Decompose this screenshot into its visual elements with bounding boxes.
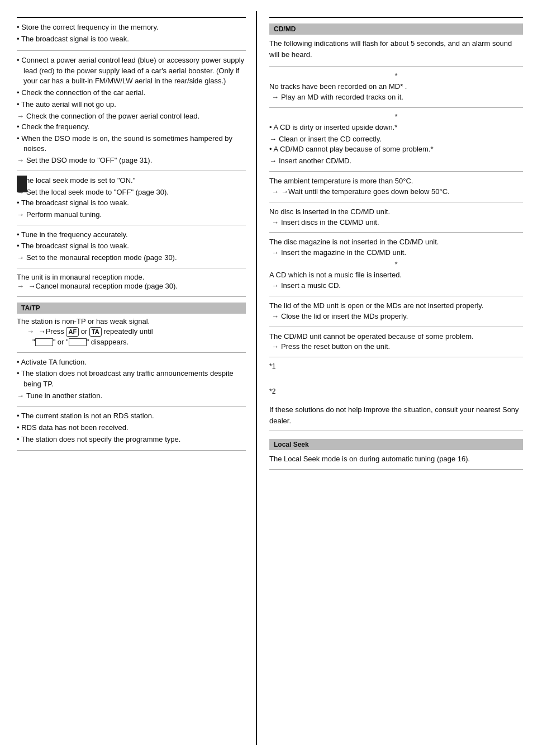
aerial-list-2: Check the frequency. When the DSO mode i…	[17, 122, 246, 155]
divider-1	[269, 67, 523, 67]
tp-block: The station is non-TP or has weak signal…	[17, 317, 246, 353]
ta-item-2: The station does not broadcast any traff…	[17, 368, 246, 390]
seek-item-1: The local seek mode is set to "ON."	[17, 176, 246, 186]
local-seek-text: The Local Seek mode is on during automat…	[269, 453, 523, 465]
rds-block: The current station is not an RDS statio…	[17, 411, 246, 451]
aerial-arrow-1: Check the connection of the power aerial…	[17, 111, 246, 122]
tp-text: The station is non-TP or has weak signal…	[17, 317, 246, 325]
star-1: *	[269, 72, 523, 80]
no-tracks-text: No tracks have been recorded on an MD* .	[269, 82, 523, 92]
or-text-buttons: or	[81, 327, 89, 336]
left-column: Store the correct frequency in the memor…	[0, 11, 257, 745]
rds-item-1: The current station is not an RDS statio…	[17, 411, 246, 422]
aerial-item-5: When the DSO mode is on, the sound is so…	[17, 134, 246, 155]
af-button: AF	[66, 327, 79, 336]
tune-item-1: Tune in the frequency accurately.	[17, 230, 246, 240]
magazine-text: The disc magazine is not inserted in the…	[269, 237, 523, 248]
black-bar	[17, 176, 27, 192]
aerial-item-1: Connect a power aerial control lead (blu…	[17, 55, 246, 87]
flash-block: The following indications will flash for…	[269, 38, 523, 62]
box1	[35, 338, 53, 346]
star-3: *	[269, 260, 523, 268]
ta-list: Activate TA function. The station does n…	[17, 357, 246, 390]
tp-arrow: →Press AF or TA repeatedly until "" or "…	[17, 327, 246, 348]
seek-arrow-2: Perform manual tuning.	[17, 210, 246, 220]
music-text: A CD which is not a music file is insert…	[269, 270, 523, 281]
footnote-1: *1	[269, 362, 275, 370]
repeatedly-text: repeatedly until	[103, 327, 153, 336]
right-column: CD/MD The following indications will fla…	[257, 11, 533, 745]
rds-item-2: RDS data has not been received.	[17, 423, 246, 433]
seek-arrow-1: Set the local seek mode to "OFF" (page 3…	[17, 187, 246, 198]
aerial-item-4: Check the frequency.	[17, 122, 246, 133]
frequency-item-1: Store the correct frequency in the memor…	[17, 22, 246, 33]
tune-block: Tune in the frequency accurately. The br…	[17, 230, 246, 269]
press-label: Press	[46, 327, 64, 336]
seek-list-2: The broadcast signal is too weak.	[17, 198, 246, 209]
temp-arrow: →Wait until the temperature goes down be…	[269, 187, 523, 197]
no-tracks-block: * No tracks have been recorded on an MD*…	[269, 72, 523, 108]
mono-arrow: →Cancel monaural reception mode (page 30…	[17, 281, 246, 292]
rds-list: The current station is not an RDS statio…	[17, 411, 246, 445]
local-seek-section-header: Local Seek	[269, 439, 523, 450]
frequency-item-2: The broadcast signal is too weak.	[17, 34, 246, 45]
tune-item-2: The broadcast signal is too weak.	[17, 241, 246, 252]
cd-list: A CD is dirty or inserted upside down.*	[269, 122, 523, 133]
no-disc-arrow: Insert discs in the CD/MD unit.	[269, 218, 523, 228]
temp-block: The ambient temperature is more than 50°…	[269, 176, 523, 202]
operate-block: The CD/MD unit cannot be operated becaus…	[269, 332, 523, 358]
operate-arrow: Press the reset button on the unit.	[269, 342, 523, 352]
box2	[69, 338, 87, 346]
seek-item-2: The broadcast signal is too weak.	[17, 198, 246, 209]
no-disc-block: No disc is inserted in the CD/MD unit. I…	[269, 207, 523, 233]
cd-item-1: A CD is dirty or inserted upside down.*	[269, 122, 523, 133]
footnote-2: *2	[269, 388, 275, 395]
magazine-block: The disc magazine is not inserted in the…	[269, 237, 523, 296]
frequency-list: Store the correct frequency in the memor…	[17, 22, 246, 45]
tatp-section-header: TA/TP	[17, 303, 246, 314]
footnote-1-block: *1	[269, 362, 523, 370]
cd-arrow-1: Clean or insert the CD correctly.	[269, 134, 523, 145]
help-text: If these solutions do not help improve t…	[269, 404, 523, 426]
no-tracks-arrow: Play an MD with recorded tracks on it.	[269, 92, 523, 103]
tune-list: Tune in the frequency accurately. The br…	[17, 230, 246, 252]
ta-item-1: Activate TA function.	[17, 357, 246, 368]
cd-item-2: A CD/MD cannot play because of some prob…	[269, 144, 523, 155]
aerial-item-2: Check the connection of the car aerial.	[17, 88, 246, 98]
operate-text: The CD/MD unit cannot be operated becaus…	[269, 332, 523, 342]
footnote-2-block: *2	[269, 387, 523, 395]
aerial-block: Connect a power aerial control lead (blu…	[17, 55, 246, 171]
cd-arrow-2: Insert another CD/MD.	[269, 156, 523, 167]
star-2: *	[269, 112, 523, 121]
magazine-arrow: Insert the magazine in the CD/MD unit.	[269, 248, 523, 258]
aerial-list: Connect a power aerial control lead (blu…	[17, 55, 246, 110]
tune-arrow-1: Set to the monaural reception mode (page…	[17, 253, 246, 263]
aerial-item-3: The auto aerial will not go up.	[17, 100, 246, 110]
seek-block: The local seek mode is set to "ON." Set …	[17, 176, 246, 225]
lid-text: The lid of the MD unit is open or the MD…	[269, 301, 523, 311]
ta-arrow: Tune in another station.	[17, 391, 246, 401]
mono-block: The unit is in monaural reception mode. …	[17, 273, 246, 297]
help-block: If these solutions do not help improve t…	[269, 404, 523, 431]
lid-block: The lid of the MD unit is open or the MD…	[269, 301, 523, 327]
mono-text: The unit is in monaural reception mode.	[17, 273, 246, 281]
no-disc-text: No disc is inserted in the CD/MD unit.	[269, 207, 523, 218]
lid-arrow: Close the lid or insert the MDs properly…	[269, 311, 523, 322]
cd-dirty-block: * A CD is dirty or inserted upside down.…	[269, 112, 523, 172]
ta-block: Activate TA function. The station does n…	[17, 357, 246, 407]
rds-item-3: The station does not specify the program…	[17, 434, 246, 445]
aerial-arrow-2: Set the DSO mode to "OFF" (page 31).	[17, 155, 246, 166]
cdmd-section-header: CD/MD	[269, 23, 523, 35]
local-seek-block: The Local Seek mode is on during automat…	[269, 453, 523, 470]
flash-text: The following indications will flash for…	[269, 38, 523, 60]
music-arrow: Insert a music CD.	[269, 281, 523, 291]
frequency-block: Store the correct frequency in the memor…	[17, 22, 246, 51]
ta-button: TA	[89, 327, 102, 336]
temp-text: The ambient temperature is more than 50°…	[269, 176, 523, 187]
seek-list: The local seek mode is set to "ON."	[17, 176, 246, 186]
cd-list-2: A CD/MD cannot play because of some prob…	[269, 144, 523, 155]
